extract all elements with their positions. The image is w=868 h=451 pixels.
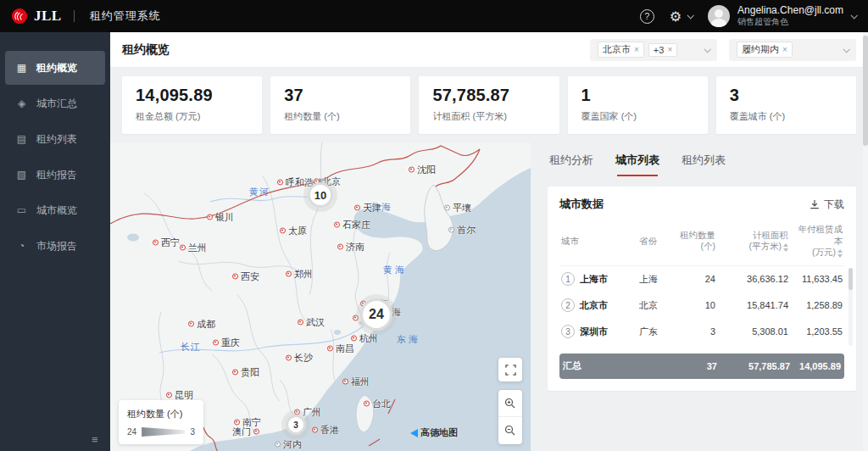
right-panel: 租约分析城市列表租约列表 城市数据 下载 城市省份租约数量(个)计租面积(平方米… — [531, 142, 868, 451]
map-zoom-in-button[interactable] — [498, 390, 522, 417]
filters: 北京市×+3×履约期内× — [590, 39, 856, 61]
sidebar-item-label: 城市概览 — [36, 203, 77, 218]
map-cluster-24[interactable]: 24 — [360, 298, 392, 331]
download-button[interactable]: 下载 — [810, 198, 844, 212]
city-marker-icon — [213, 340, 219, 346]
city-label: 郑州 — [294, 268, 313, 281]
sidebar-collapse-icon[interactable]: ≡ — [92, 433, 98, 446]
map-city-天津: 天津 — [354, 202, 381, 214]
table-row-深圳市[interactable]: 3深圳市广东35,308.011,203.55 — [559, 319, 844, 345]
remove-tag-icon[interactable]: × — [667, 45, 672, 54]
city-label: 石家庄 — [342, 219, 370, 231]
city-label: 广州 — [303, 406, 321, 419]
stat-label: 覆盖国家 (个) — [581, 110, 694, 123]
stat-value: 1 — [581, 86, 591, 104]
table-row-上海市[interactable]: 1上海市上海2436,636.1211,633.45 — [559, 266, 844, 292]
table-row-北京市[interactable]: 2北京市北京1015,841.741,258.89 — [559, 292, 844, 319]
gear-icon[interactable]: ⚙ — [670, 8, 682, 25]
sidebar-item-城市汇总[interactable]: ◈城市汇总 — [5, 86, 105, 120]
sort-asc-icon[interactable] — [783, 243, 788, 247]
column-header-年付租赁成本[interactable]: 年付租赁成本(万元) — [790, 224, 844, 259]
period-filter[interactable]: 履约期内× — [729, 39, 856, 61]
city-filter[interactable]: 北京市×+3× — [590, 39, 717, 61]
city-marker-icon — [253, 429, 259, 435]
sidebar-item-label: 市场报告 — [36, 239, 77, 253]
city-marker-icon — [312, 427, 318, 433]
city-data-card: 城市数据 下载 城市省份租约数量(个)计租面积(平方米)年付租赁成本(万元) 1… — [548, 187, 856, 391]
sort-icon[interactable] — [837, 249, 843, 258]
sort-desc-icon[interactable] — [783, 248, 788, 252]
map-attribution: 高德地图 — [410, 426, 458, 439]
water-label-东海: 东海 — [397, 333, 420, 346]
cost-cell: 11,633.45 — [790, 274, 844, 284]
sidebar-item-label: 租约列表 — [36, 132, 77, 147]
column-header-计租面积[interactable]: 计租面积(平方米) — [717, 230, 790, 253]
page-title: 租约概览 — [122, 42, 170, 58]
settings-menu[interactable]: ⚙ — [670, 8, 693, 25]
area-cell: 5,308.01 — [717, 326, 790, 337]
map-zoom-out-button[interactable] — [498, 417, 522, 444]
count-cell: 10 — [676, 300, 717, 310]
legend-max: 24 — [127, 427, 136, 437]
city-label: 沈阳 — [417, 164, 436, 176]
sidebar-item-租约概览[interactable]: ▦租约概览 — [5, 51, 105, 85]
filter-tag[interactable]: 履约期内× — [737, 42, 793, 58]
map-city-兰州: 兰州 — [180, 242, 207, 254]
city-label: 贵阳 — [241, 366, 259, 379]
map-cluster-10[interactable]: 10 — [308, 182, 333, 208]
sidebar-item-租约列表[interactable]: ▤租约列表 — [5, 122, 105, 156]
map-city-西宁: 西宁 — [153, 237, 180, 249]
city-marker-icon — [353, 315, 359, 321]
area-cell: 15,841.74 — [717, 300, 790, 310]
city-marker-icon — [448, 227, 454, 233]
sidebar-item-label: 租约概览 — [36, 61, 77, 75]
china-map[interactable]: 黄河渤海黄海东海长江呼和浩特北京天津石家庄太原济南银川西宁兰州西安郑州沈阳南京合… — [110, 142, 531, 451]
stat-value: 14,095.89 — [136, 86, 213, 104]
city-label: 天津 — [363, 202, 381, 214]
city-cell: 3深圳市 — [559, 325, 637, 338]
remove-tag-icon[interactable]: × — [782, 45, 787, 54]
map-city-首尔: 首尔 — [448, 224, 476, 237]
sidebar-item-市场报告[interactable]: ◔市场报告 — [5, 229, 105, 263]
map-fullscreen-button[interactable] — [498, 358, 522, 381]
remove-tag-icon[interactable]: × — [634, 45, 639, 54]
city-marker-icon — [166, 393, 172, 398]
app-header: JLL 租约管理系统 ? ⚙ Angelina.Chen@jll.com 销售超… — [0, 0, 868, 32]
province-cell: 上海 — [637, 273, 676, 286]
stat-label: 租金总额 (万元) — [136, 110, 248, 123]
map-cluster-3[interactable]: 3 — [286, 415, 306, 435]
page-scrollbar[interactable] — [863, 32, 868, 451]
tab-租约列表[interactable]: 租约列表 — [682, 153, 726, 176]
city-label: 银川 — [215, 211, 234, 224]
city-marker-icon — [286, 355, 292, 361]
user-menu[interactable]: Angelina.Chen@jll.com 销售超管角色 — [708, 4, 856, 28]
filter-tag[interactable]: +3× — [648, 43, 677, 57]
sort-asc-icon[interactable] — [837, 249, 843, 253]
table-scrollbar[interactable] — [849, 268, 853, 346]
help-icon[interactable]: ? — [640, 9, 654, 24]
summary-cost: 14,095.89 — [792, 361, 843, 371]
city-label: 杭州 — [359, 332, 378, 345]
map-city-济南: 济南 — [337, 241, 364, 253]
map-city-香港: 香港 — [312, 424, 339, 437]
city-label: 武汉 — [306, 316, 325, 329]
city-marker-icon — [280, 228, 286, 234]
rank-badge: 3 — [561, 325, 575, 338]
jll-logo-icon — [12, 8, 27, 24]
city-label: 河内 — [283, 438, 302, 451]
tab-城市列表[interactable]: 城市列表 — [615, 153, 659, 176]
sort-icon[interactable] — [783, 243, 788, 252]
filter-tag[interactable]: 北京市× — [598, 42, 644, 58]
sidebar-item-租约报告[interactable]: ▧租约报告 — [5, 158, 105, 192]
sort-desc-icon[interactable] — [837, 254, 843, 258]
city-name: 深圳市 — [580, 326, 608, 338]
city-label: 成都 — [197, 318, 215, 331]
stat-card-租约数量 (个): 37租约数量 (个) — [270, 76, 410, 134]
table-body: 1上海市上海2436,636.1211,633.452北京市北京1015,841… — [559, 266, 844, 345]
sidebar-item-城市概览[interactable]: ▭城市概览 — [5, 193, 105, 227]
column-header-省份: 省份 — [637, 236, 676, 248]
map-city-成都: 成都 — [188, 318, 215, 331]
city-name: 北京市 — [580, 299, 608, 312]
city-cell: 2北京市 — [559, 298, 637, 312]
tab-租约分析[interactable]: 租约分析 — [549, 153, 593, 176]
